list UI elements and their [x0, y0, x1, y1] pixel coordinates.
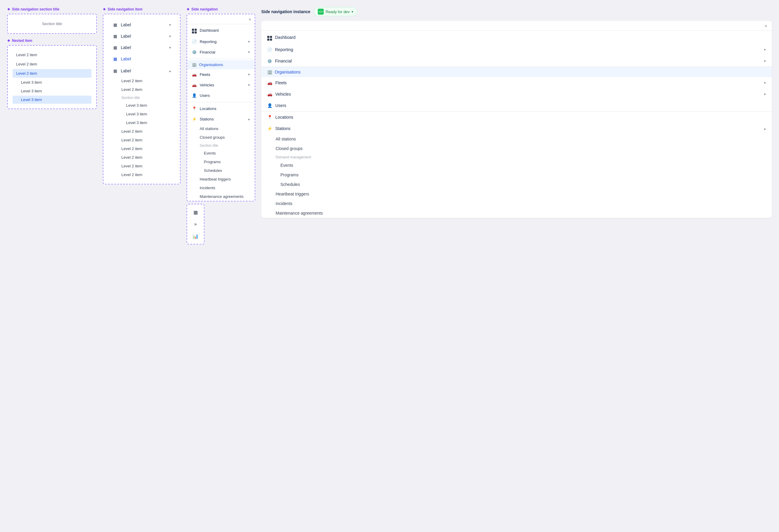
list-item-active-l3[interactable]: Level 3 item [12, 96, 92, 104]
list-item[interactable]: Level 2 item [108, 76, 175, 85]
list-item[interactable]: Level 2 item [12, 51, 92, 59]
list-item[interactable]: Level 2 item [108, 162, 175, 170]
fleets-icon: 🚗 [192, 72, 197, 77]
maintenance-item[interactable]: Maintenance agreements [261, 208, 772, 218]
stations-nav-item[interactable]: ⚡ Stations ▴ [187, 114, 255, 124]
reporting-icon: 📄 [267, 48, 272, 52]
list-item-active[interactable]: Level 2 item [12, 69, 92, 78]
schedules-item[interactable]: Schedules [261, 180, 772, 189]
chevron-down-icon: ▾ [764, 48, 766, 52]
list-item[interactable]: Level 2 item [108, 144, 175, 153]
mini-nav-box: ▦ » 📊 [186, 204, 204, 244]
grid-icon: ▦ [112, 34, 118, 39]
list-item[interactable]: Level 3 item [12, 87, 92, 95]
vehicles-nav-item[interactable]: 🚗 Vehicles ▾ [187, 80, 255, 90]
list-item[interactable]: Level 2 item [108, 153, 175, 162]
list-item[interactable]: ▦ Label [108, 53, 175, 65]
section-title-label: Side navigation section title [7, 7, 97, 11]
divider [187, 59, 255, 59]
location-icon: 📍 [267, 115, 272, 120]
incidents-item[interactable]: Incidents [261, 199, 772, 208]
organisations-section[interactable]: 🏢 Organisations [261, 67, 772, 77]
nested-item-label: Nested item [7, 39, 97, 43]
organisations-section[interactable]: 🏢 Organisations [187, 60, 255, 69]
incidents-item[interactable]: Incidents [187, 183, 255, 192]
list-item[interactable]: Level 2 item [108, 170, 175, 179]
chevron-up-icon: ▴ [248, 117, 250, 121]
heartbeat-item[interactable]: Heartbeat triggers [261, 189, 772, 199]
chevron-down-icon: ▾ [248, 73, 250, 76]
financial-nav-item[interactable]: ⚙️ Financial ▾ [261, 55, 772, 67]
demand-management-title: Demand management [261, 153, 772, 161]
locations-nav-item[interactable]: 📍 Locations [261, 112, 772, 123]
ready-badge[interactable]: </> Ready for dev ▾ [314, 7, 357, 16]
grid-icon: ▦ [112, 68, 118, 73]
mini-report-icon: 📊 [192, 233, 198, 239]
chevron-down-icon: ▾ [169, 35, 171, 38]
stations-nav-item[interactable]: ⚡ Stations ▴ [261, 123, 772, 134]
users-nav-item[interactable]: 👤 Users [261, 100, 772, 111]
col1: Side navigation section title Section ti… [7, 7, 97, 114]
programs-item[interactable]: Programs [187, 158, 255, 166]
grid-icon: ▦ [112, 45, 118, 50]
chevron-down-icon: ▾ [248, 50, 250, 54]
dashboard-icon [267, 34, 272, 41]
list-item[interactable]: Level 2 item [12, 60, 92, 68]
instance-nav: « Dashboard 📄 Reporting ▾ [261, 21, 772, 218]
users-icon: 👤 [267, 103, 272, 108]
list-item[interactable]: ▦ Label ▾ [108, 19, 175, 31]
programs-item[interactable]: Programs [261, 170, 772, 180]
fleets-nav-item[interactable]: 🚗 Fleets ▾ [187, 69, 255, 80]
all-stations-item[interactable]: All stations [261, 134, 772, 144]
mini-dashboard-item[interactable]: ▦ [189, 207, 201, 218]
nested-item-box: Level 2 item Level 2 item Level 2 item L… [7, 45, 97, 109]
reporting-nav-item[interactable]: 📄 Reporting ▾ [261, 44, 772, 55]
list-item[interactable]: Level 2 item [108, 85, 175, 94]
badge-label: Ready for dev [325, 10, 350, 14]
collapse-icon[interactable]: « [765, 23, 767, 28]
locations-nav-item[interactable]: 📍 Locations [187, 103, 255, 114]
collapse-section: « [261, 21, 772, 31]
grid-icon: ▦ [112, 56, 118, 62]
schedules-item[interactable]: Schedules [187, 166, 255, 175]
list-item[interactable]: Level 3 item [108, 101, 175, 110]
list-item[interactable]: Level 2 item [108, 136, 175, 144]
nav-item-box: ▦ Label ▾ ▦ Label ▾ ▦ Label ▾ [103, 14, 181, 184]
mini-grid-icon: ▦ [193, 210, 198, 215]
list-item[interactable]: ▦ Label ▾ [108, 31, 175, 42]
page-layout: Side navigation section title Section ti… [7, 7, 772, 244]
list-item[interactable]: ▦ Label ▾ [108, 42, 175, 53]
list-item[interactable]: Level 3 item [108, 110, 175, 118]
collapse-icon[interactable]: « [249, 17, 251, 21]
vehicles-nav-item[interactable]: 🚗 Vehicles ▾ [261, 88, 772, 100]
dashboard-nav-item[interactable]: Dashboard [187, 24, 255, 37]
fleets-nav-item[interactable]: 🚗 Fleets ▾ [261, 77, 772, 88]
heartbeat-item[interactable]: Heartbeat triggers [187, 175, 255, 183]
chevron-down-icon: ▾ [764, 59, 766, 63]
events-item[interactable]: Events [261, 161, 772, 170]
closed-groups-item[interactable]: Closed groups [261, 144, 772, 153]
vehicles-icon: 🚗 [267, 92, 272, 97]
reporting-nav-item[interactable]: 📄 Reporting ▾ [187, 37, 255, 47]
financial-nav-item[interactable]: ⚙️ Financial ▾ [187, 47, 255, 57]
events-item[interactable]: Events [187, 149, 255, 158]
chevron-up-icon: ▴ [764, 127, 766, 131]
chevron-down-icon: ▾ [169, 23, 171, 27]
mini-report-item[interactable]: 📊 [189, 231, 201, 241]
users-icon: 👤 [192, 93, 197, 98]
maintenance-item[interactable]: Maintenance agreements [187, 192, 255, 201]
dashboard-nav-item[interactable]: Dashboard [261, 31, 772, 44]
mini-expand-item[interactable]: » [189, 219, 201, 230]
all-stations-item[interactable]: All stations [187, 124, 255, 133]
closed-groups-item[interactable]: Closed groups [187, 133, 255, 142]
reporting-icon: 📄 [192, 40, 197, 44]
section-title-inner: Section title [187, 142, 255, 149]
users-nav-item[interactable]: 👤 Users [187, 90, 255, 101]
list-item[interactable]: ▦ Label ▴ [108, 65, 175, 76]
chevron-down-icon: ▾ [169, 46, 171, 50]
list-item[interactable]: Level 3 item [108, 118, 175, 127]
list-item[interactable]: Level 2 item [108, 127, 175, 136]
list-item[interactable]: Level 3 item [12, 78, 92, 86]
nested-items-list: Level 2 item Level 2 item Level 2 item L… [12, 51, 92, 104]
dropdown-chevron-icon: ▾ [352, 10, 353, 14]
